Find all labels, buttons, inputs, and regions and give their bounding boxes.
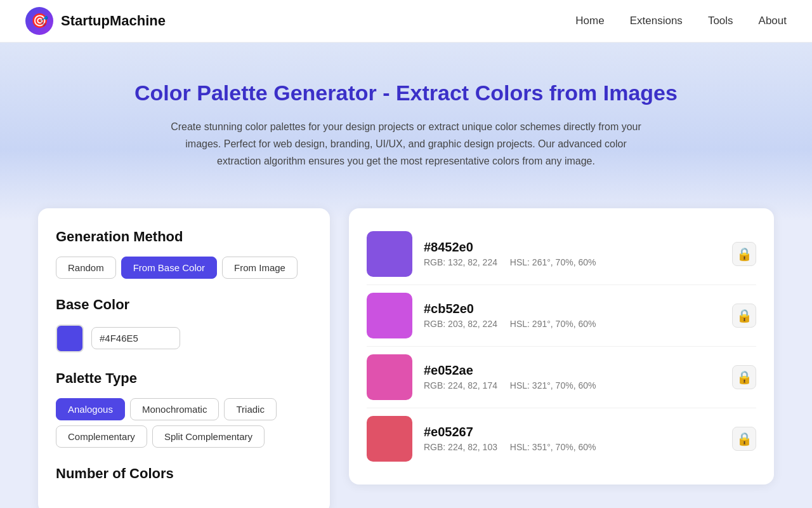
- color-hsl-3: HSL: 321°, 70%, 60%: [510, 380, 596, 391]
- color-hex-2: #cb52e0: [424, 302, 721, 316]
- split-complementary-button[interactable]: Split Complementary: [152, 425, 265, 448]
- color-block-1: [367, 231, 412, 277]
- color-info-3: #e052ae RGB: 224, 82, 174 HSL: 321°, 70%…: [424, 363, 721, 391]
- from-base-color-button[interactable]: From Base Color: [121, 257, 217, 279]
- monochromatic-button[interactable]: Monochromatic: [130, 398, 219, 420]
- color-meta-1: RGB: 132, 82, 224 HSL: 261°, 70%, 60%: [424, 257, 721, 267]
- color-hsl-2: HSL: 291°, 70%, 60%: [510, 319, 596, 329]
- color-row: #8452e0 RGB: 132, 82, 224 HSL: 261°, 70%…: [367, 224, 756, 285]
- color-hex-3: #e052ae: [424, 363, 721, 378]
- generation-method-section: Generation Method Random From Base Color…: [56, 229, 312, 279]
- left-panel: Generation Method Random From Base Color…: [38, 208, 330, 508]
- hero-title: Color Palette Generator - Extract Colors…: [13, 81, 799, 105]
- color-info-2: #cb52e0 RGB: 203, 82, 224 HSL: 291°, 70%…: [424, 302, 721, 329]
- main-content: Generation Method Random From Base Color…: [0, 221, 812, 508]
- color-block-3: [367, 354, 412, 400]
- palette-type-buttons: Analogous Monochromatic Triadic Compleme…: [56, 398, 312, 448]
- logo-icon: 🎯: [25, 7, 53, 35]
- base-color-row: [56, 324, 312, 352]
- color-hex-4: #e05267: [424, 425, 721, 439]
- lock-button-3[interactable]: 🔒: [732, 365, 756, 389]
- color-hsl-1: HSL: 261°, 70%, 60%: [510, 257, 596, 267]
- color-meta-3: RGB: 224, 82, 174 HSL: 321°, 70%, 60%: [424, 380, 721, 391]
- color-info-1: #8452e0 RGB: 132, 82, 224 HSL: 261°, 70%…: [424, 240, 721, 267]
- base-color-title: Base Color: [56, 297, 312, 313]
- triadic-button[interactable]: Triadic: [224, 398, 276, 420]
- color-meta-4: RGB: 224, 82, 103 HSL: 351°, 70%, 60%: [424, 442, 721, 452]
- nav-link-extensions[interactable]: Extensions: [630, 15, 683, 27]
- palette-type-section: Palette Type Analogous Monochromatic Tri…: [56, 370, 312, 448]
- color-row: #e052ae RGB: 224, 82, 174 HSL: 321°, 70%…: [367, 347, 756, 408]
- num-colors-section: Number of Colors: [56, 465, 312, 482]
- base-color-input[interactable]: [91, 327, 180, 349]
- color-rgb-1: RGB: 132, 82, 224: [424, 257, 497, 267]
- from-image-button[interactable]: From Image: [222, 257, 298, 279]
- navbar: 🎯 StartupMachine Home Extensions Tools A…: [0, 0, 812, 43]
- hero-description: Create stunning color palettes for your …: [165, 118, 647, 170]
- color-meta-2: RGB: 203, 82, 224 HSL: 291°, 70%, 60%: [424, 319, 721, 329]
- color-row: #cb52e0 RGB: 203, 82, 224 HSL: 291°, 70%…: [367, 285, 756, 347]
- logo-text: StartupMachine: [61, 13, 166, 29]
- random-button[interactable]: Random: [56, 257, 116, 279]
- lock-button-2[interactable]: 🔒: [732, 304, 756, 328]
- base-color-section: Base Color: [56, 297, 312, 352]
- color-info-4: #e05267 RGB: 224, 82, 103 HSL: 351°, 70%…: [424, 425, 721, 452]
- right-panel: #8452e0 RGB: 132, 82, 224 HSL: 261°, 70%…: [349, 208, 774, 485]
- num-colors-title: Number of Colors: [56, 465, 312, 482]
- color-rgb-4: RGB: 224, 82, 103: [424, 442, 497, 452]
- logo[interactable]: 🎯 StartupMachine: [25, 7, 166, 35]
- color-block-2: [367, 293, 412, 338]
- base-color-swatch[interactable]: [56, 324, 84, 352]
- color-rgb-2: RGB: 203, 82, 224: [424, 319, 497, 329]
- lock-button-1[interactable]: 🔒: [732, 242, 756, 266]
- complementary-button[interactable]: Complementary: [56, 425, 147, 448]
- palette-type-title: Palette Type: [56, 370, 312, 387]
- color-hex-1: #8452e0: [424, 240, 721, 255]
- analogous-button[interactable]: Analogous: [56, 398, 125, 420]
- color-hsl-4: HSL: 351°, 70%, 60%: [510, 442, 596, 452]
- nav-links: Home Extensions Tools About: [575, 15, 787, 27]
- generation-method-buttons: Random From Base Color From Image: [56, 257, 312, 279]
- nav-link-home[interactable]: Home: [575, 15, 604, 27]
- hero-section: Color Palette Generator - Extract Colors…: [0, 43, 812, 221]
- generation-method-title: Generation Method: [56, 229, 312, 245]
- nav-link-about[interactable]: About: [759, 15, 787, 27]
- color-rgb-3: RGB: 224, 82, 174: [424, 380, 497, 391]
- nav-link-tools[interactable]: Tools: [708, 15, 733, 27]
- color-block-4: [367, 416, 412, 462]
- color-row: #e05267 RGB: 224, 82, 103 HSL: 351°, 70%…: [367, 408, 756, 469]
- lock-button-4[interactable]: 🔒: [732, 427, 756, 451]
